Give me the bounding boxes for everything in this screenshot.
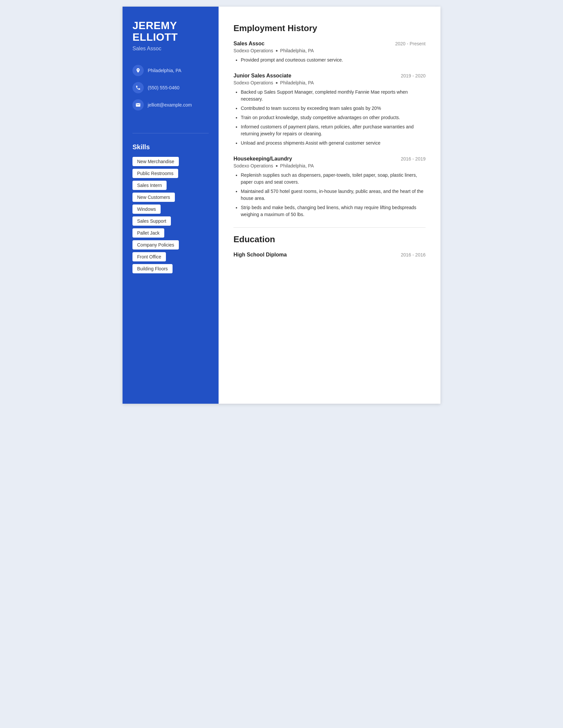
bullet-item: Informed customers of payment plans, ret…	[241, 123, 426, 137]
dot-separator	[276, 82, 277, 84]
job-header: Junior Sales Associate2019 - 2020	[233, 73, 426, 79]
resume-container: JEREMY ELLIOTT Sales Assoc Philadelphia,…	[122, 7, 441, 404]
education-container: High School Diploma2016 - 2016	[233, 252, 426, 258]
job-title: Sales Assoc	[233, 41, 264, 47]
skill-tag: New Customers	[132, 193, 175, 202]
job-meta: Sodexo OperationsPhiladelphia, PA	[233, 163, 426, 168]
job-meta: Sodexo OperationsPhiladelphia, PA	[233, 48, 426, 53]
edu-date: 2016 - 2016	[401, 252, 426, 257]
main-content: Employment History Sales Assoc2020 - Pre…	[218, 7, 441, 404]
employment-heading: Employment History	[233, 23, 426, 33]
skill-tag: Sales Support	[132, 216, 171, 226]
job-date: 2016 - 2019	[401, 156, 426, 161]
job-bullets: Replenish supplies such as dispensers, p…	[233, 172, 426, 218]
job-block: Housekeeping/Laundry2016 - 2019Sodexo Op…	[233, 156, 426, 218]
email-text: jelliott@example.com	[148, 102, 192, 108]
sidebar-divider	[132, 133, 209, 133]
location-text: Philadelphia, PA	[148, 68, 181, 73]
skill-tag: Company Policies	[132, 240, 179, 250]
skills-heading: Skills	[132, 143, 209, 151]
candidate-title: Sales Assoc	[132, 46, 209, 52]
job-bullets: Provided prompt and courteous customer s…	[233, 57, 426, 64]
contact-phone: (550) 555-0460	[132, 82, 209, 93]
job-location: Philadelphia, PA	[280, 80, 314, 85]
education-divider	[233, 227, 426, 228]
bullet-item: Maintained all 570 hotel guest rooms, in…	[241, 188, 426, 202]
phone-text: (550) 555-0460	[148, 85, 179, 90]
bullet-item: Unload and process shipments Assist with…	[241, 140, 426, 147]
education-heading: Education	[233, 234, 426, 245]
job-header: Housekeeping/Laundry2016 - 2019	[233, 156, 426, 162]
skill-tag: Public Restrooms	[132, 169, 178, 178]
skill-tag: Sales Intern	[132, 181, 166, 190]
job-date: 2019 - 2020	[401, 73, 426, 78]
skill-tag: Windows	[132, 205, 161, 214]
edu-header: High School Diploma2016 - 2016	[233, 252, 426, 258]
sidebar: JEREMY ELLIOTT Sales Assoc Philadelphia,…	[122, 7, 218, 404]
job-bullets: Backed up Sales Support Manager, complet…	[233, 89, 426, 147]
bullet-item: Train on product knowledge, study compet…	[241, 114, 426, 121]
skill-tag: Front Office	[132, 252, 166, 261]
job-date: 2020 - Present	[395, 41, 426, 46]
skill-tag: New Merchandise	[132, 157, 179, 166]
jobs-container: Sales Assoc2020 - PresentSodexo Operatio…	[233, 41, 426, 218]
job-meta: Sodexo OperationsPhiladelphia, PA	[233, 80, 426, 85]
bullet-item: Backed up Sales Support Manager, complet…	[241, 89, 426, 103]
job-block: Sales Assoc2020 - PresentSodexo Operatio…	[233, 41, 426, 64]
job-company: Sodexo Operations	[233, 48, 273, 53]
contact-email: jelliott@example.com	[132, 99, 209, 111]
contact-location: Philadelphia, PA	[132, 65, 209, 76]
edu-block: High School Diploma2016 - 2016	[233, 252, 426, 258]
dot-separator	[276, 50, 277, 52]
job-company: Sodexo Operations	[233, 80, 273, 85]
email-icon	[132, 99, 144, 111]
edu-degree: High School Diploma	[233, 252, 287, 258]
dot-separator	[276, 165, 277, 167]
bullet-item: Contributed to team success by exceeding…	[241, 105, 426, 112]
job-company: Sodexo Operations	[233, 163, 273, 168]
skill-tag: Building Floors	[132, 264, 172, 273]
job-header: Sales Assoc2020 - Present	[233, 41, 426, 47]
contact-section: Philadelphia, PA (550) 555-0460 jelliott…	[132, 65, 209, 116]
bullet-item: Provided prompt and courteous customer s…	[241, 57, 426, 64]
job-title: Housekeeping/Laundry	[233, 156, 292, 162]
job-location: Philadelphia, PA	[280, 48, 314, 53]
bullet-item: Strip beds and make beds, changing bed l…	[241, 204, 426, 218]
job-location: Philadelphia, PA	[280, 163, 314, 168]
job-block: Junior Sales Associate2019 - 2020Sodexo …	[233, 73, 426, 147]
location-icon	[132, 65, 144, 76]
candidate-name: JEREMY ELLIOTT	[132, 20, 209, 43]
job-title: Junior Sales Associate	[233, 73, 292, 79]
phone-icon	[132, 82, 144, 93]
skills-list: New MerchandisePublic RestroomsSales Int…	[132, 157, 209, 273]
skill-tag: Pallet Jack	[132, 228, 164, 238]
bullet-item: Replenish supplies such as dispensers, p…	[241, 172, 426, 186]
